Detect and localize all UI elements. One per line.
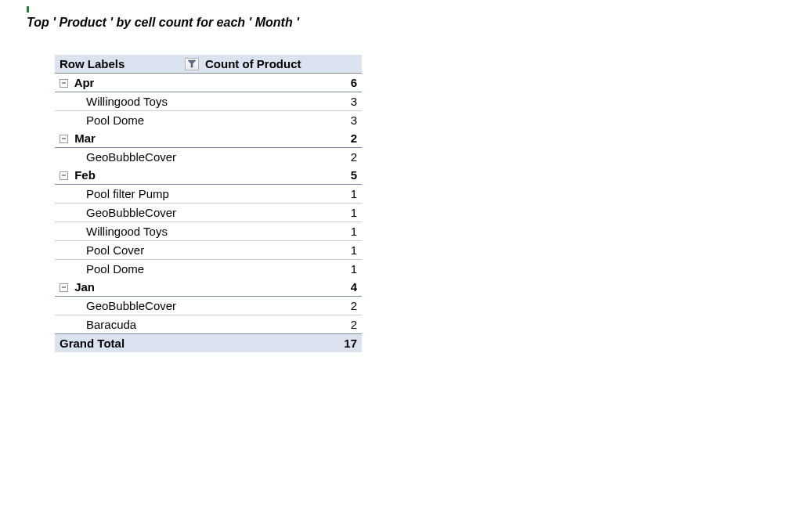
collapse-icon[interactable] <box>60 171 68 180</box>
filter-funnel-icon <box>187 59 197 69</box>
header-row-labels-text: Row Labels <box>60 57 125 70</box>
group-label: Apr <box>74 76 95 89</box>
item-label: GeoBubbleCover <box>55 297 200 315</box>
group-subtotal: 5 <box>200 166 362 185</box>
table-row: Willingood Toys 1 <box>55 222 362 241</box>
group-row-mar[interactable]: Mar 2 <box>55 129 362 148</box>
group-subtotal: 6 <box>200 74 362 92</box>
item-count: 1 <box>200 222 362 241</box>
item-label: Pool filter Pump <box>55 185 200 204</box>
item-count: 1 <box>200 241 362 260</box>
item-count: 1 <box>200 204 362 222</box>
item-label: Willingood Toys <box>55 92 200 111</box>
item-count: 3 <box>200 92 362 111</box>
table-row: Willingood Toys 3 <box>55 92 362 111</box>
item-label: Pool Dome <box>55 260 200 279</box>
page-title: Top ' Product ' by cell count for each '… <box>27 16 812 30</box>
table-row: GeoBubbleCover 1 <box>55 204 362 222</box>
item-count: 1 <box>200 260 362 279</box>
item-count: 1 <box>200 185 362 204</box>
group-subtotal: 2 <box>200 129 362 148</box>
item-label: Pool Cover <box>55 241 200 260</box>
group-row-apr[interactable]: Apr 6 <box>55 74 362 92</box>
item-label: Pool Dome <box>55 111 200 130</box>
grand-total-row: Grand Total 17 <box>55 334 362 353</box>
item-count: 3 <box>200 111 362 130</box>
item-count: 2 <box>200 148 362 167</box>
table-row: Pool Dome 1 <box>55 260 362 279</box>
item-label: Baracuda <box>55 315 200 334</box>
table-row: Pool Cover 1 <box>55 241 362 260</box>
table-row: Pool filter Pump 1 <box>55 185 362 204</box>
group-row-jan[interactable]: Jan 4 <box>55 278 362 297</box>
collapse-icon[interactable] <box>60 283 68 292</box>
grand-total-value: 17 <box>200 334 362 353</box>
group-label: Mar <box>74 132 96 145</box>
item-label: GeoBubbleCover <box>55 148 200 167</box>
collapse-icon[interactable] <box>60 135 68 143</box>
collapse-icon[interactable] <box>60 79 68 88</box>
item-label: Willingood Toys <box>55 222 200 241</box>
pivot-table: Row Labels Count of Product Apr 6 Willin… <box>55 55 362 352</box>
group-subtotal: 4 <box>200 278 362 297</box>
table-row: GeoBubbleCover 2 <box>55 297 362 315</box>
group-label: Feb <box>74 168 96 182</box>
table-header-row: Row Labels Count of Product <box>55 55 362 74</box>
table-row: GeoBubbleCover 2 <box>55 148 362 167</box>
table-row: Baracuda 2 <box>55 315 362 334</box>
item-label: GeoBubbleCover <box>55 204 200 222</box>
item-count: 2 <box>200 315 362 334</box>
cell-indicator-mark <box>27 6 29 13</box>
item-count: 2 <box>200 297 362 315</box>
table-row: Pool Dome 3 <box>55 111 362 130</box>
header-row-labels: Row Labels <box>55 55 200 74</box>
grand-total-label: Grand Total <box>55 334 200 353</box>
group-label: Jan <box>74 280 95 294</box>
filter-dropdown-button[interactable] <box>185 58 199 70</box>
header-count-label: Count of Product <box>200 55 362 74</box>
group-row-feb[interactable]: Feb 5 <box>55 166 362 185</box>
